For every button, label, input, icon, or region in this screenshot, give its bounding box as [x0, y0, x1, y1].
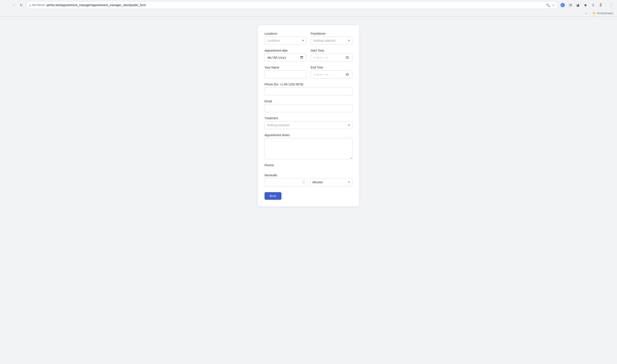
all-bookmarks-item[interactable]: 📁 All Bookmarks: [591, 11, 615, 15]
appointment-date-input[interactable]: [264, 53, 306, 62]
address-text[interactable]: perfex.test/appointment_manager/appointm…: [47, 3, 544, 7]
practitioner-label: Practitioner: [311, 32, 353, 35]
extension-button-2[interactable]: ◕: [575, 2, 581, 8]
locations-select-wrapper: Locations ▼: [264, 37, 306, 45]
treatment-select-wrapper: Nothing selected ▼: [264, 121, 353, 129]
reminder-input-wrapper: ⓘ: [264, 178, 307, 186]
start-time-label: Start Time: [311, 49, 353, 52]
appointment-date-label: Appointment date: [264, 49, 306, 52]
download-button[interactable]: ⇓: [590, 2, 596, 8]
locations-practitioner-row: Locations Locations ▼ Practitioner Nothi…: [264, 32, 353, 45]
toolbar-divider: [606, 3, 606, 7]
your-name-label: Your Name: [264, 66, 306, 69]
bookmarks-more[interactable]: »: [585, 12, 588, 15]
start-time-input[interactable]: [311, 53, 353, 62]
not-secure-badge: △ Not Secure: [29, 3, 45, 7]
not-secure-label: Not Secure: [32, 4, 45, 7]
back-button[interactable]: ←: [2, 2, 9, 8]
forward-button[interactable]: →: [10, 2, 17, 8]
appointment-notes-label: Appointment Notes: [264, 133, 353, 137]
reminder-unit-select-wrapper: Minutes Hours Days ▼: [310, 178, 353, 186]
book-button[interactable]: Book: [264, 192, 281, 200]
practitioner-select[interactable]: Nothing selected: [311, 37, 353, 45]
extension-button-4[interactable]: Z: [597, 2, 604, 8]
toolbar-actions: G ◔ ◕ ■ ⇓ Z ⋮: [559, 2, 615, 8]
date-starttime-row: Appointment date Start Time: [264, 49, 353, 62]
treatment-select[interactable]: Nothing selected: [264, 121, 353, 129]
browser-chrome: ← → ↻ △ Not Secure perfex.test/appointme…: [0, 0, 617, 17]
nav-buttons: ← → ↻: [2, 2, 25, 8]
star-icon[interactable]: ☆: [552, 3, 555, 7]
bookmarks-folder-icon: 📁: [592, 12, 596, 15]
email-group: Email: [264, 100, 353, 112]
reminder-label: Reminder: [264, 174, 353, 177]
warning-icon: △: [29, 3, 31, 7]
all-bookmarks-label: All Bookmarks: [597, 12, 613, 15]
your-name-input[interactable]: [264, 70, 306, 78]
treatment-label: Treatment: [264, 117, 353, 120]
appointment-form-card: Locations Locations ▼ Practitioner Nothi…: [258, 25, 359, 207]
email-input[interactable]: [264, 104, 353, 112]
reminder-info-icon[interactable]: ⓘ: [302, 180, 305, 184]
reminder-row: ⓘ Minutes Hours Days ▼: [264, 178, 353, 186]
reminder-unit-select[interactable]: Minutes Hours Days: [310, 178, 353, 186]
email-label: Email: [264, 100, 353, 103]
profile-icon: G: [561, 3, 565, 7]
appointment-notes-textarea[interactable]: [264, 138, 353, 159]
locations-group: Locations Locations ▼: [264, 32, 306, 45]
name-endtime-row: Your Name End Time: [264, 66, 353, 78]
profile-button[interactable]: G: [559, 2, 566, 8]
locations-label: Locations: [264, 32, 306, 35]
phone-input[interactable]: [264, 87, 353, 95]
practitioner-select-wrapper: Nothing selected ▼: [311, 37, 353, 45]
browser-toolbar: ← → ↻ △ Not Secure perfex.test/appointme…: [0, 0, 617, 10]
appointment-notes-group: Appointment Notes: [264, 133, 353, 159]
search-icon[interactable]: 🔍: [546, 3, 550, 7]
locations-select[interactable]: Locations: [264, 37, 306, 45]
bookmarks-bar: » 📁 All Bookmarks: [0, 10, 617, 16]
end-time-input[interactable]: [311, 70, 353, 78]
end-time-group: End Time: [311, 66, 353, 78]
extension-button-1[interactable]: ◔: [567, 2, 574, 8]
your-name-group: Your Name: [264, 66, 306, 78]
end-time-label: End Time: [311, 66, 353, 69]
bookmarks-divider: [589, 11, 590, 15]
menu-button[interactable]: ⋮: [608, 2, 615, 8]
start-time-group: Start Time: [311, 49, 353, 62]
reminder-input[interactable]: [264, 178, 307, 186]
rooms-group: Rooms: [264, 163, 353, 169]
reminder-group: Reminder ⓘ Minutes Hours Days ▼: [264, 174, 353, 186]
practitioner-group: Practitioner Nothing selected ▼: [311, 32, 353, 45]
phone-label: Phone (Ex: +1 69 1234 5678): [264, 83, 353, 86]
appointment-date-group: Appointment date: [264, 49, 306, 62]
rooms-label: Rooms: [264, 163, 353, 167]
extension-button-3[interactable]: ■: [582, 2, 589, 8]
phone-group: Phone (Ex: +1 69 1234 5678): [264, 83, 353, 95]
address-bar-container[interactable]: △ Not Secure perfex.test/appointment_man…: [26, 1, 558, 9]
page-content: Locations Locations ▼ Practitioner Nothi…: [0, 17, 617, 364]
reload-button[interactable]: ↻: [18, 2, 25, 8]
treatment-group: Treatment Nothing selected ▼: [264, 117, 353, 129]
